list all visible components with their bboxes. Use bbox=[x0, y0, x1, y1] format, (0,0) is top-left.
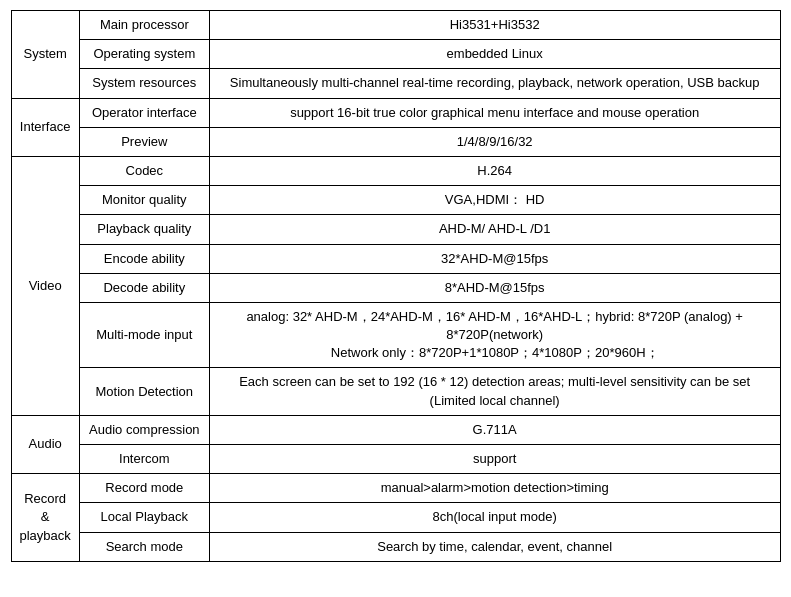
label-cell: Record mode bbox=[79, 474, 209, 503]
value-cell: 1/4/8/9/16/32 bbox=[209, 127, 780, 156]
table-row: Encode ability32*AHD-M@15fps bbox=[11, 244, 780, 273]
label-cell: Operator interface bbox=[79, 98, 209, 127]
category-cell: System bbox=[11, 11, 79, 99]
value-cell: Simultaneously multi-channel real-time r… bbox=[209, 69, 780, 98]
category-cell: Record & playback bbox=[11, 474, 79, 562]
category-cell: Interface bbox=[11, 98, 79, 156]
value-cell: support bbox=[209, 445, 780, 474]
value-cell: VGA,HDMI： HD bbox=[209, 186, 780, 215]
value-cell: manual>alarm>motion detection>timing bbox=[209, 474, 780, 503]
table-row: Monitor qualityVGA,HDMI： HD bbox=[11, 186, 780, 215]
table-row: Decode ability8*AHD-M@15fps bbox=[11, 273, 780, 302]
category-cell: Audio bbox=[11, 415, 79, 473]
label-cell: Codec bbox=[79, 156, 209, 185]
table-row: SystemMain processorHi3531+Hi3532 bbox=[11, 11, 780, 40]
label-cell: Playback quality bbox=[79, 215, 209, 244]
label-cell: Encode ability bbox=[79, 244, 209, 273]
label-cell: Local Playback bbox=[79, 503, 209, 532]
table-row: Preview1/4/8/9/16/32 bbox=[11, 127, 780, 156]
label-cell: Motion Detection bbox=[79, 368, 209, 415]
table-row: Motion DetectionEach screen can be set t… bbox=[11, 368, 780, 415]
label-cell: Operating system bbox=[79, 40, 209, 69]
table-row: System resourcesSimultaneously multi-cha… bbox=[11, 69, 780, 98]
value-cell: H.264 bbox=[209, 156, 780, 185]
table-row: AudioAudio compressionG.711A bbox=[11, 415, 780, 444]
specs-table-wrapper: SystemMain processorHi3531+Hi3532Operati… bbox=[11, 10, 781, 562]
label-cell: Intercom bbox=[79, 445, 209, 474]
table-row: Record & playbackRecord modemanual>alarm… bbox=[11, 474, 780, 503]
label-cell: Preview bbox=[79, 127, 209, 156]
value-cell: Search by time, calendar, event, channel bbox=[209, 532, 780, 561]
value-cell: support 16-bit true color graphical menu… bbox=[209, 98, 780, 127]
value-cell: analog: 32* AHD-M，24*AHD-M，16* AHD-M，16*… bbox=[209, 302, 780, 368]
label-cell: Monitor quality bbox=[79, 186, 209, 215]
table-row: VideoCodecH.264 bbox=[11, 156, 780, 185]
table-row: InterfaceOperator interfacesupport 16-bi… bbox=[11, 98, 780, 127]
label-cell: Multi-mode input bbox=[79, 302, 209, 368]
label-cell: Audio compression bbox=[79, 415, 209, 444]
table-row: Playback qualityAHD-M/ AHD-L /D1 bbox=[11, 215, 780, 244]
table-row: Operating systemembedded Linux bbox=[11, 40, 780, 69]
value-cell: G.711A bbox=[209, 415, 780, 444]
value-cell: Hi3531+Hi3532 bbox=[209, 11, 780, 40]
table-row: Search modeSearch by time, calendar, eve… bbox=[11, 532, 780, 561]
category-cell: Video bbox=[11, 156, 79, 415]
table-row: Multi-mode inputanalog: 32* AHD-M，24*AHD… bbox=[11, 302, 780, 368]
value-cell: 32*AHD-M@15fps bbox=[209, 244, 780, 273]
table-row: Intercomsupport bbox=[11, 445, 780, 474]
label-cell: Main processor bbox=[79, 11, 209, 40]
value-cell: AHD-M/ AHD-L /D1 bbox=[209, 215, 780, 244]
specs-table: SystemMain processorHi3531+Hi3532Operati… bbox=[11, 10, 781, 562]
value-cell: embedded Linux bbox=[209, 40, 780, 69]
table-row: Local Playback8ch(local input mode) bbox=[11, 503, 780, 532]
label-cell: System resources bbox=[79, 69, 209, 98]
value-cell: 8ch(local input mode) bbox=[209, 503, 780, 532]
value-cell: Each screen can be set to 192 (16 * 12) … bbox=[209, 368, 780, 415]
value-cell: 8*AHD-M@15fps bbox=[209, 273, 780, 302]
label-cell: Search mode bbox=[79, 532, 209, 561]
label-cell: Decode ability bbox=[79, 273, 209, 302]
